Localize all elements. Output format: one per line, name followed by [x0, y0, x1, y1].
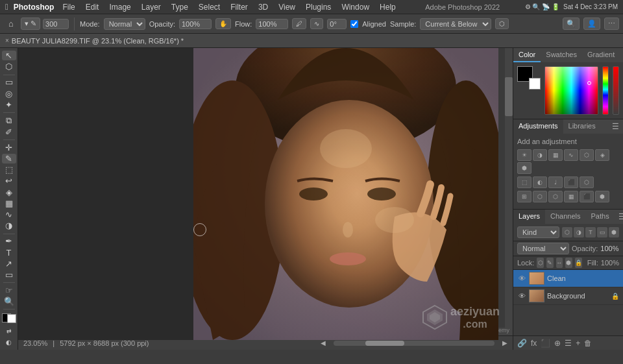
sample-select[interactable]: Current & Below	[420, 18, 491, 30]
menu-image[interactable]: Image	[104, 1, 135, 13]
tool-lasso[interactable]: ◎	[2, 88, 16, 98]
adj-pattern[interactable]: ⬢	[595, 191, 609, 202]
tool-history[interactable]: ↩	[2, 176, 16, 186]
color-spectrum[interactable]	[544, 66, 598, 115]
mode-select[interactable]: Normal	[104, 18, 145, 30]
canvas-scrollbar-vertical[interactable]	[505, 48, 513, 340]
tool-eyedropper[interactable]: ✐	[2, 127, 16, 137]
hue-bar[interactable]	[602, 66, 609, 115]
tool-blur[interactable]: ∿	[2, 210, 16, 219]
layer-mask-btn[interactable]: ⬛	[541, 339, 550, 348]
smoothing-btn[interactable]: ∿	[310, 18, 323, 29]
adj-levels[interactable]: ▦	[548, 149, 563, 161]
lock-artboard-btn[interactable]: ⬢	[565, 258, 572, 268]
opacity-input[interactable]: 100%	[179, 19, 212, 29]
adj-colorlookup[interactable]: ⬡	[580, 176, 594, 188]
fg-bg-selector[interactable]	[517, 66, 541, 90]
adj-vibrance[interactable]: ◈	[595, 149, 609, 161]
tool-healing[interactable]: ✛	[2, 143, 16, 152]
app-name[interactable]: Photoshop	[14, 3, 55, 12]
layer-item-background[interactable]: 👁 Background 🔒	[513, 287, 623, 305]
tool-pen[interactable]: ✒	[2, 236, 16, 246]
tool-shape[interactable]: ▭	[2, 270, 16, 280]
menu-select[interactable]: Select	[194, 1, 225, 13]
menu-layer[interactable]: Layer	[137, 1, 165, 13]
tool-brush[interactable]: ✎	[2, 154, 16, 164]
tab-close-btn[interactable]: ×	[5, 37, 9, 44]
canvas-area[interactable]: aeziyuan .com 23.05% | 5792 px × 8688 px…	[18, 48, 513, 350]
menu-edit[interactable]: Edit	[81, 1, 104, 13]
adj-solid[interactable]: ⬛	[580, 191, 594, 202]
tool-type[interactable]: T	[2, 248, 16, 258]
menu-filter[interactable]: Filter	[226, 1, 252, 13]
tool-crop[interactable]: ⧉	[2, 115, 16, 126]
background-swatch[interactable]	[529, 78, 541, 90]
layer-visibility-bg[interactable]: 👁	[517, 291, 526, 300]
aligned-checkbox[interactable]	[350, 20, 358, 28]
tab-swatches[interactable]: Swatches	[541, 48, 582, 62]
flow-input[interactable]: 100%	[256, 19, 288, 29]
layer-visibility-clean[interactable]: 👁	[517, 274, 526, 283]
opacity-bar[interactable]	[613, 66, 619, 115]
tab-gradient[interactable]: Gradient	[582, 48, 620, 62]
angle-input[interactable]: 0°	[327, 19, 347, 29]
menu-window[interactable]: Window	[337, 1, 374, 13]
pressure-opacity-btn[interactable]: ✋	[215, 18, 231, 29]
layer-filter-pixel[interactable]: ⬡	[562, 227, 572, 237]
layer-delete-btn[interactable]: 🗑	[584, 339, 592, 348]
layer-filter-smart[interactable]: ⬢	[609, 227, 619, 237]
extra-options-btn[interactable]: 🔍	[563, 18, 580, 30]
menu-view[interactable]: View	[274, 1, 300, 13]
opacity-value[interactable]: 100%	[600, 245, 618, 252]
quick-mask-btn[interactable]: ◐	[2, 337, 16, 347]
menu-help[interactable]: Help	[375, 1, 400, 13]
adj-photofilter[interactable]: ♩	[548, 176, 563, 188]
layer-new-btn[interactable]: +	[576, 339, 580, 348]
tab-channels[interactable]: Channels	[545, 210, 585, 224]
scroll-right-btn[interactable]: ▶	[502, 339, 507, 346]
tool-clone[interactable]: ⬚	[2, 165, 16, 175]
switch-colors-btn[interactable]: ⇄	[2, 326, 16, 335]
tab-color[interactable]: Color	[513, 48, 541, 62]
layer-item-clean[interactable]: 👁 Clean	[513, 270, 623, 287]
tool-eraser[interactable]: ◈	[2, 188, 16, 197]
workspace-btn[interactable]: 👤	[583, 18, 600, 30]
canvas-scrollbar-v-thumb[interactable]	[505, 77, 513, 116]
tool-artboard[interactable]: ⬡	[2, 62, 16, 71]
lock-all-btn[interactable]: 🔒	[575, 258, 582, 268]
layer-adj-btn[interactable]: ⊕	[554, 339, 561, 348]
tool-move[interactable]: ↖	[2, 51, 16, 60]
adj-hue[interactable]: ⬢	[517, 162, 531, 174]
ignore-adj-btn[interactable]: ⬡	[495, 18, 509, 29]
fill-value[interactable]: 100%	[601, 259, 619, 267]
blend-mode-select[interactable]: Normal	[517, 243, 569, 254]
adj-curves[interactable]: ∿	[564, 149, 578, 161]
fg-bg-colors[interactable]	[2, 313, 16, 323]
lock-pixels-btn[interactable]: ✎	[546, 258, 554, 268]
tab-layers[interactable]: Layers	[513, 210, 545, 224]
layer-fx-btn[interactable]: fx	[531, 339, 537, 348]
layers-kind-select[interactable]: Kind	[517, 226, 559, 238]
tool-zoom[interactable]: 🔍	[2, 297, 16, 306]
adj-channelmix[interactable]: ⬛	[564, 176, 578, 188]
tool-marquee[interactable]: ▭	[2, 77, 16, 87]
adj-panel-menu[interactable]: ☰	[608, 119, 623, 134]
menu-type[interactable]: Type	[167, 1, 193, 13]
menu-plugins[interactable]: Plugins	[301, 1, 336, 13]
h-scrollbar[interactable]	[334, 341, 495, 346]
adj-blackwhite[interactable]: ◐	[533, 176, 547, 188]
brush-preset-btn[interactable]: ▾ ✎	[21, 18, 40, 30]
layer-filter-adj[interactable]: ◑	[574, 227, 584, 237]
tab-paths[interactable]: Paths	[586, 210, 615, 224]
pressure-flow-btn[interactable]: 🖊	[292, 18, 306, 29]
home-btn[interactable]: ⌂	[4, 17, 18, 31]
tab-patterns[interactable]: Patterns	[620, 48, 623, 62]
adj-colorbalance[interactable]: ⬚	[517, 176, 531, 188]
layer-link-btn[interactable]: 🔗	[517, 339, 527, 348]
menu-3d[interactable]: 3D	[254, 1, 273, 13]
adj-brightness[interactable]: ☀	[517, 149, 531, 161]
tab-adjustments[interactable]: Adjustments	[513, 119, 563, 134]
tool-magic-wand[interactable]: ✦	[2, 100, 16, 110]
adj-gradient[interactable]: ▦	[564, 191, 578, 202]
lock-transparent-btn[interactable]: ⬡	[537, 258, 544, 268]
